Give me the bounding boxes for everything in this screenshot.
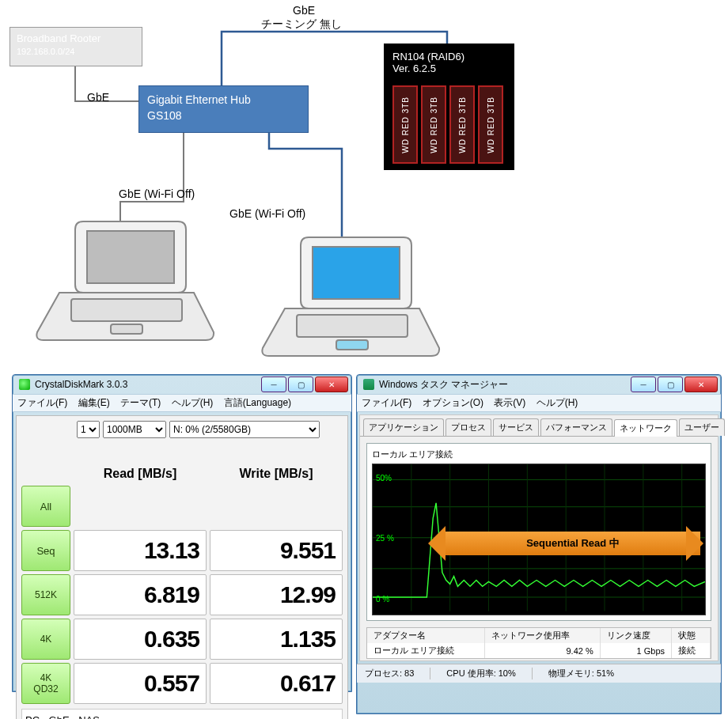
cdm-menubar[interactable]: ファイル(F) 編集(E) テーマ(T) ヘルプ(H) 言語(Language) — [13, 394, 351, 412]
hub-model: GS108 — [147, 108, 300, 124]
k4-read-value: 0.635 — [74, 619, 207, 660]
tm-titlebar[interactable]: Windows タスク マネージャー ─ ▢ ✕ — [357, 375, 721, 394]
tab-processes[interactable]: プロセス — [446, 418, 491, 436]
menu-options[interactable]: オプション(O) — [423, 397, 483, 408]
minimize-button[interactable]: ─ — [631, 377, 656, 392]
maximize-button[interactable]: ▢ — [288, 377, 313, 392]
minimize-button[interactable]: ─ — [261, 377, 286, 392]
seq-read-value: 13.13 — [74, 530, 207, 571]
k4-write-value: 1.135 — [210, 619, 343, 660]
size-select[interactable]: 1000MB — [103, 421, 166, 438]
network-usage-graph: 50% 25 % 0 % Sequential Read 中 — [372, 464, 706, 615]
run-seq-button[interactable]: Seq — [21, 530, 70, 571]
router-title: Broadband Rooter — [17, 32, 135, 46]
tab-services[interactable]: サービス — [493, 418, 539, 436]
menu-file[interactable]: ファイル(F) — [362, 397, 411, 408]
nas-title: RN104 (RAID6) — [392, 51, 506, 62]
status-memory: 物理メモリ: 51% — [548, 668, 630, 679]
table-row[interactable]: ローカル エリア接続 9.42 % 1 Gbps 接続 — [367, 643, 711, 658]
menu-theme[interactable]: テーマ(T) — [120, 397, 161, 408]
cdm-app-icon — [19, 379, 30, 390]
menu-file[interactable]: ファイル(F) — [17, 397, 67, 408]
cdm-title: CrystalDiskMark 3.0.3 — [35, 379, 127, 390]
router-link-label: GbE — [87, 91, 109, 104]
y-axis-50: 50% — [376, 474, 392, 482]
nas-drive: WD RED 3TB — [449, 85, 475, 164]
crystaldiskmark-window: CrystalDiskMark 3.0.3 ─ ▢ ✕ ファイル(F) 編集(E… — [12, 374, 352, 692]
col-usage[interactable]: ネットワーク使用率 — [485, 628, 601, 643]
nas-box: RN104 (RAID6) Ver. 6.2.5 WD RED 3TB WD R… — [384, 44, 514, 170]
nas-drives: WD RED 3TB WD RED 3TB WD RED 3TB WD RED … — [392, 85, 506, 164]
drive-select[interactable]: N: 0% (2/5580GB) — [169, 421, 320, 438]
network-graph-panel: ローカル エリア接続 — [366, 443, 711, 621]
cdm-titlebar[interactable]: CrystalDiskMark 3.0.3 ─ ▢ ✕ — [13, 375, 351, 394]
svg-rect-5 — [336, 340, 368, 350]
nas-drive: WD RED 3TB — [478, 85, 503, 164]
hub-title: Gigabit Ehternet Hub — [147, 93, 300, 108]
tab-applications[interactable]: アプリケーション — [363, 418, 444, 436]
menu-language[interactable]: 言語(Language) — [224, 397, 291, 408]
router-subnet: 192.168.0.0/24 — [17, 46, 135, 57]
seq-write-value: 9.551 — [210, 530, 343, 571]
annotation-arrow: Sequential Read 中 — [446, 532, 700, 555]
y-axis-0: 0 % — [376, 595, 389, 604]
svg-rect-2 — [111, 324, 142, 334]
col-speed[interactable]: リンク速度 — [600, 628, 671, 643]
cell-usage: 9.42 % — [485, 643, 601, 658]
svg-rect-3 — [313, 247, 400, 299]
tab-network[interactable]: ネットワーク — [614, 419, 677, 437]
close-button[interactable]: ✕ — [315, 377, 348, 392]
cell-state: 接続 — [672, 643, 711, 658]
header-read: Read [MB/s] — [74, 467, 207, 482]
menu-edit[interactable]: 編集(E) — [78, 397, 110, 408]
menu-help[interactable]: ヘルプ(H) — [537, 397, 578, 408]
menu-help[interactable]: ヘルプ(H) — [172, 397, 214, 408]
router-box: Broadband Rooter 192.168.0.0/24 — [9, 27, 142, 66]
cell-adapter-name: ローカル エリア接続 — [367, 643, 485, 658]
tab-users[interactable]: ユーザー — [679, 418, 725, 436]
pc-right-link-label: GbE (Wi-Fi Off) — [229, 207, 305, 220]
pc-left-link-label: GbE (Wi-Fi Off) — [119, 187, 195, 200]
runs-select[interactable]: 1 — [77, 421, 100, 438]
col-state[interactable]: 状態 — [672, 628, 711, 643]
nas-version: Ver. 6.2.5 — [392, 62, 506, 74]
taskmanager-window: Windows タスク マネージャー ─ ▢ ✕ ファイル(F) オプション(O… — [356, 374, 722, 714]
run-4k-button[interactable]: 4K — [21, 619, 70, 660]
status-processes: プロセス: 83 — [365, 668, 430, 679]
tm-tabs: アプリケーション プロセス サービス パフォーマンス ネットワーク ユーザー — [360, 415, 718, 437]
tm-title: Windows タスク マネージャー — [379, 378, 508, 392]
laptop-right-icon — [253, 229, 443, 364]
top-link-label: GbE — [293, 4, 315, 17]
teaming-label: チーミング 無し — [261, 17, 342, 32]
tm-app-icon — [363, 379, 374, 390]
svg-rect-1 — [71, 299, 182, 321]
cdm-footer: PC - GbE - NAS — [21, 709, 343, 719]
tab-performance[interactable]: パフォーマンス — [540, 418, 612, 436]
network-diagram: Broadband Rooter 192.168.0.0/24 GbE Giga… — [0, 0, 728, 360]
hub-box: Gigabit Ehternet Hub GS108 — [138, 85, 309, 133]
svg-rect-4 — [297, 315, 408, 337]
cell-speed: 1 Gbps — [600, 643, 671, 658]
svg-rect-0 — [87, 231, 174, 283]
k512-read-value: 6.819 — [74, 574, 207, 615]
header-write: Write [MB/s] — [210, 467, 343, 482]
tm-menubar[interactable]: ファイル(F) オプション(O) 表示(V) ヘルプ(H) — [357, 394, 721, 412]
k4q-write-value: 0.617 — [210, 663, 343, 704]
graph-title: ローカル エリア接続 — [372, 448, 706, 460]
nas-drive: WD RED 3TB — [421, 85, 446, 164]
menu-view[interactable]: 表示(V) — [494, 397, 525, 408]
tm-statusbar: プロセス: 83 CPU 使用率: 10% 物理メモリ: 51% — [357, 664, 721, 683]
maximize-button[interactable]: ▢ — [658, 377, 683, 392]
col-adapter-name[interactable]: アダプター名 — [367, 628, 485, 643]
adapter-table: アダプター名 ネットワーク使用率 リンク速度 状態 ローカル エリア接続 9.4… — [366, 627, 711, 659]
k512-write-value: 12.99 — [210, 574, 343, 615]
run-4kqd32-button[interactable]: 4KQD32 — [21, 663, 70, 704]
status-cpu: CPU 使用率: 10% — [446, 668, 532, 679]
y-axis-25: 25 % — [376, 534, 394, 543]
run-all-button[interactable]: All — [21, 486, 70, 527]
laptop-left-icon — [28, 214, 218, 348]
run-512k-button[interactable]: 512K — [21, 574, 70, 615]
close-button[interactable]: ✕ — [684, 377, 718, 392]
k4q-read-value: 0.557 — [74, 663, 207, 704]
nas-drive: WD RED 3TB — [392, 85, 418, 164]
